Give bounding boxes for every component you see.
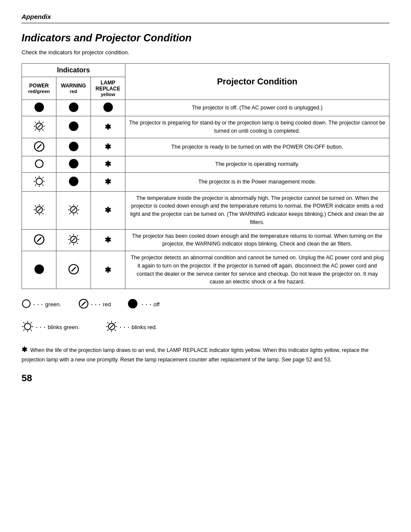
table-row: ✱ The projector is preparing for stand-b… (22, 116, 389, 138)
indicator-off-icon (34, 264, 44, 274)
condition-cell-6: The projector has been cooled down enoug… (125, 229, 389, 251)
col-power-header: POWER red/green (22, 77, 56, 100)
indicator-off-icon (34, 103, 44, 112)
power-cell-6 (22, 229, 56, 251)
section-title: Indicators and Projector Condition (22, 32, 389, 44)
indicator-slash-icon (34, 141, 45, 152)
indicator-blink-red-icon (33, 120, 45, 132)
indicator-asterisk-icon: ✱ (105, 177, 111, 186)
lamp-cell-6: ✱ (91, 229, 125, 251)
warning-cell-1 (56, 116, 91, 138)
indicators-header: Indicators (22, 64, 125, 77)
footnote-text: When the life of the projection lamp dra… (22, 347, 368, 363)
indicator-blink-red-icon (68, 204, 80, 216)
warning-cell-4 (56, 172, 91, 191)
indicator-blink-red-icon (33, 204, 45, 216)
intro-text: Check the indicators for projector condi… (22, 49, 389, 56)
condition-cell-7: The projector detects an abnormal condit… (125, 251, 389, 289)
warning-cell-7 (56, 251, 91, 289)
condition-cell-2: The projector is ready to be turned on w… (125, 138, 389, 156)
appendix-header: Appendix (22, 13, 389, 23)
table-row: ✱ The projector is in the Power manageme… (22, 172, 389, 191)
power-cell-4 (22, 172, 56, 191)
warning-cell-3 (56, 156, 91, 172)
indicator-asterisk-icon: ✱ (105, 206, 111, 215)
col-lamp-header: LAMP REPLACE yellow (91, 77, 125, 100)
indicator-off-icon (103, 103, 113, 112)
indicator-off-icon (69, 142, 78, 151)
power-cell-7 (22, 251, 56, 289)
table-row: ✱ The projector is ready to be turned on… (22, 138, 389, 156)
page-number: 58 (22, 373, 389, 384)
indicator-asterisk-icon: ✱ (105, 143, 111, 151)
lamp-cell-2: ✱ (91, 138, 125, 156)
legend-off: • • • off (128, 299, 159, 310)
warning-cell-5 (56, 191, 91, 229)
indicator-asterisk-icon: ✱ (105, 236, 111, 244)
indicator-slash-icon (68, 264, 79, 275)
projector-condition-header: Projector Condition (125, 64, 389, 100)
legend-open: • • • green. (22, 299, 61, 310)
power-cell-0 (22, 100, 56, 116)
svg-point-22 (22, 300, 30, 308)
indicator-blink-green-icon (33, 175, 45, 187)
condition-cell-5: The temperature inside the projector is … (125, 191, 389, 229)
lamp-cell-7: ✱ (91, 251, 125, 289)
table-row: The projector is off. (The AC power cord… (22, 100, 389, 116)
svg-point-21 (35, 160, 43, 168)
indicators-table: Indicators Projector Condition POWER red… (22, 63, 389, 289)
legend-blink-green-icon (22, 320, 34, 334)
lamp-cell-0 (91, 100, 125, 116)
warning-cell-0 (56, 100, 91, 116)
legend-slash: • • • red (78, 299, 111, 310)
warning-cell-6 (56, 229, 91, 251)
legend-section-2: • • • blinks green. • • • blinks red. (22, 320, 389, 337)
warning-cell-2 (56, 138, 91, 156)
power-cell-1 (22, 116, 56, 138)
indicator-open-icon (34, 159, 44, 168)
legend-off-icon (128, 299, 137, 310)
col-warning-header: WARNING red (56, 77, 91, 100)
indicator-off-icon (69, 177, 78, 186)
table-row: ✱ The temperature inside the projector i… (22, 191, 389, 229)
lamp-cell-1: ✱ (91, 116, 125, 138)
condition-cell-4: The projector is in the Power management… (125, 172, 389, 191)
indicator-asterisk-icon: ✱ (105, 123, 111, 131)
power-cell-2 (22, 138, 56, 156)
power-cell-3 (22, 156, 56, 172)
indicator-asterisk-icon: ✱ (105, 266, 111, 274)
indicator-off-icon (69, 159, 78, 168)
indicator-slash-icon (34, 234, 45, 245)
indicator-asterisk-icon: ✱ (105, 160, 111, 168)
lamp-cell-4: ✱ (91, 172, 125, 191)
indicator-off-icon (69, 103, 78, 112)
lamp-cell-5: ✱ (91, 191, 125, 229)
indicator-off-icon (69, 121, 78, 131)
legend-slash-icon (78, 299, 89, 310)
legend-section: • • • green. • • • red • • • off (22, 299, 389, 314)
power-cell-5 (22, 191, 56, 229)
table-row: ✱ The projector detects an abnormal cond… (22, 251, 389, 289)
indicator-blink-red-icon (68, 233, 80, 246)
legend-open-icon (22, 299, 31, 310)
condition-cell-1: The projector is preparing for stand-by … (125, 116, 389, 138)
table-row: ✱ The projector has been cooled down eno… (22, 229, 389, 251)
condition-cell-0: The projector is off. (The AC power cord… (125, 100, 389, 116)
condition-cell-3: The projector is operating normally. (125, 156, 389, 172)
legend-blink-red-icon (106, 320, 118, 334)
table-row: ✱ The projector is operating normally. (22, 156, 389, 172)
lamp-cell-3: ✱ (91, 156, 125, 172)
legend-blink-red: • • • blinks red. (106, 320, 157, 334)
footnote-section: ✱ When the life of the projection lamp d… (22, 344, 389, 364)
legend-blink-green: • • • blinks green. (22, 320, 80, 334)
